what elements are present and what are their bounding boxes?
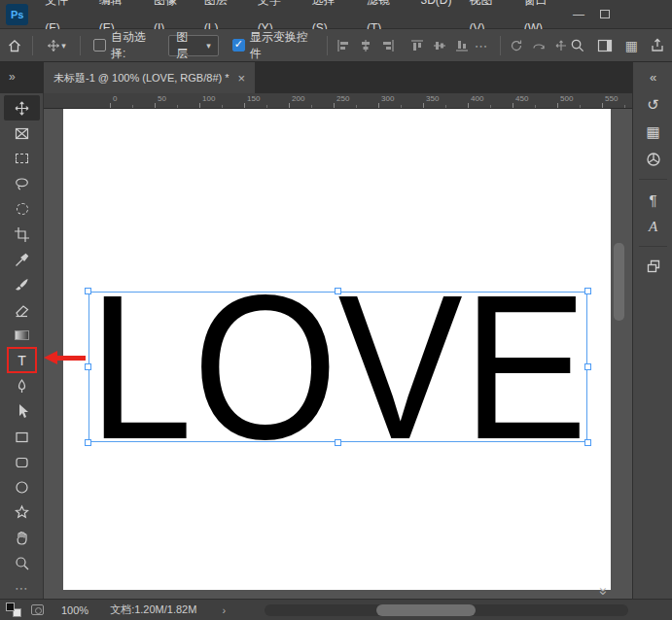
zoom-level[interactable]: 100% [61, 604, 88, 616]
panel-dock-icons: ↺ ▦ ¶ A [633, 91, 672, 280]
ruler-tick [334, 103, 335, 108]
panel-expand-icon[interactable]: « [633, 70, 672, 85]
annotation-arrow [44, 351, 57, 364]
document-tab[interactable]: 未标题-1 @ 100% (LOVE, RGB/8#) * × [44, 62, 255, 93]
brush-tool[interactable] [4, 272, 40, 297]
transform-bounding-box [88, 292, 587, 442]
chevron-down-icon: ▾ [206, 41, 211, 51]
search-icon[interactable] [570, 38, 584, 52]
color-panel-icon[interactable] [639, 147, 668, 172]
transform-handle[interactable] [85, 439, 91, 446]
target-select-dropdown[interactable]: 图层 ▾ [168, 35, 219, 56]
annotation-arrow-tail [57, 356, 86, 361]
align-middle-vertical-icon[interactable] [433, 39, 446, 52]
ruler-tick-minor [490, 105, 491, 108]
document-info[interactable]: 文档:1.20M/1.82M [110, 603, 196, 617]
canvas-pasteboard[interactable]: LOVE » [44, 109, 632, 599]
transform-handle[interactable] [85, 288, 91, 294]
annotation-box [7, 347, 37, 373]
document-canvas[interactable]: LOVE [63, 109, 611, 590]
paragraph-panel-icon[interactable]: ¶ [639, 187, 668, 212]
ruler-tick [557, 103, 558, 108]
custom-shape-tool[interactable] [4, 499, 40, 525]
hand-tool[interactable] [4, 525, 40, 550]
window-controls: — [573, 9, 610, 20]
move-tool-preset-icon[interactable]: ▾ [40, 34, 73, 57]
horizontal-scrollbar-thumb[interactable] [376, 604, 476, 616]
character-panel-icon[interactable]: A [639, 214, 668, 239]
rectangle-tool[interactable] [4, 424, 40, 449]
swatches-panel-icon[interactable]: ▦ [639, 120, 668, 145]
target-select-value: 图层 [176, 29, 199, 62]
horizontal-scrollbar[interactable] [265, 604, 628, 616]
options-right-icons: ▦ [570, 38, 664, 53]
rectangular-marquee-tool[interactable] [4, 146, 40, 171]
ruler-tick [602, 103, 603, 108]
ruler-label: 300 [381, 94, 394, 103]
vertical-scrollbar[interactable] [614, 243, 624, 321]
home-icon[interactable] [4, 34, 25, 57]
minimize-icon[interactable]: — [573, 9, 584, 20]
transform-handle[interactable] [85, 363, 91, 370]
ruler-tick-minor [222, 105, 223, 108]
ruler-label: 150 [247, 94, 260, 103]
align-top-icon[interactable] [410, 39, 424, 52]
gradient-tool[interactable] [4, 323, 40, 348]
eyedropper-tool[interactable] [4, 247, 40, 272]
restore-icon[interactable] [600, 10, 610, 18]
workspace-switcher-icon[interactable] [597, 39, 613, 52]
ruler-tick [199, 103, 200, 108]
zoom-tool[interactable] [4, 550, 40, 575]
share-icon[interactable] [651, 38, 664, 52]
gradient-icon [15, 330, 29, 340]
panel-dock: « ↺ ▦ ¶ A [632, 62, 672, 599]
eraser-tool[interactable] [4, 297, 40, 323]
divider [32, 36, 33, 55]
toolbar-collapse-icon[interactable]: » [9, 70, 16, 84]
foreground-background-colors-icon[interactable] [6, 603, 21, 617]
photoshop-logo-icon[interactable]: Ps [6, 4, 28, 25]
ruler-tick [289, 103, 290, 108]
double-chevron-down-icon[interactable]: » [596, 587, 613, 595]
ruler-tick-minor [401, 105, 402, 108]
rounded-rectangle-tool[interactable] [4, 449, 40, 474]
path-selection-tool[interactable] [4, 398, 40, 424]
divider [500, 36, 501, 55]
object-selection-tool[interactable] [4, 196, 40, 222]
transform-handle[interactable] [584, 439, 591, 446]
more-align-options-icon[interactable]: ⋯ [475, 38, 489, 53]
ruler-label: 500 [560, 94, 573, 103]
lasso-tool[interactable] [4, 171, 40, 196]
quick-mask-icon[interactable] [31, 604, 44, 615]
transform-handle[interactable] [335, 439, 341, 446]
3d-mode-pan-icon[interactable] [554, 39, 568, 52]
status-chevron-icon[interactable]: › [222, 604, 226, 616]
align-left-icon[interactable] [336, 39, 350, 52]
ruler-tick [423, 103, 424, 108]
ruler-label: 250 [336, 94, 349, 103]
move-tool[interactable] [4, 95, 40, 121]
ruler-tick [110, 103, 111, 108]
transform-handle[interactable] [335, 288, 341, 294]
show-transform-checkbox[interactable] [232, 39, 245, 52]
align-center-horizontal-icon[interactable] [359, 39, 372, 52]
frame-tool[interactable] [4, 121, 40, 146]
crop-tool[interactable] [4, 222, 40, 247]
align-right-icon[interactable] [381, 39, 395, 52]
align-icons-group [410, 39, 469, 52]
auto-select-checkbox[interactable] [93, 39, 106, 52]
transform-handle[interactable] [584, 288, 591, 294]
transform-handle[interactable] [584, 363, 591, 370]
close-tab-icon[interactable]: × [238, 71, 246, 86]
align-icons-group [336, 39, 395, 52]
panel-grid-icon[interactable]: ▦ [625, 38, 638, 53]
more-tools-icon[interactable]: ⋯ [4, 575, 40, 601]
align-bottom-icon[interactable] [455, 39, 469, 52]
status-bar: 100% 文档:1.20M/1.82M › [0, 599, 672, 620]
3d-mode-roll-icon[interactable] [532, 39, 546, 52]
ellipse-tool[interactable] [4, 474, 40, 499]
3d-mode-rotate-icon[interactable] [510, 39, 523, 52]
pen-tool[interactable] [4, 373, 40, 398]
layers-panel-icon[interactable] [639, 254, 668, 279]
history-panel-icon[interactable]: ↺ [639, 92, 668, 118]
